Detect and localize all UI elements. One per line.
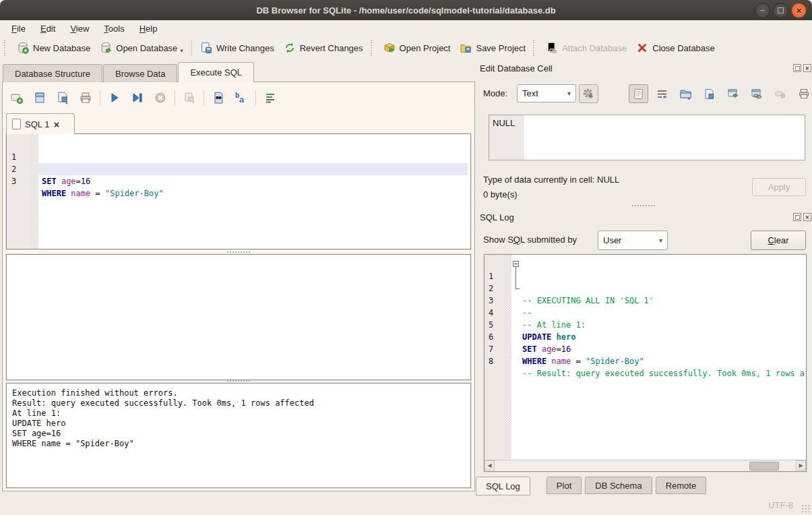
open-project-button[interactable]: Open Project [379,39,456,57]
set-null-button[interactable] [770,84,790,103]
tab-browse-data[interactable]: Browse Data [103,64,177,82]
stop-execution-button[interactable] [153,90,168,105]
dock-float-icon[interactable] [793,213,801,221]
menu-help[interactable]: Help [132,22,165,36]
menu-file[interactable]: File [4,22,33,36]
encoding-indicator[interactable]: UTF-8 [768,500,793,510]
attach-database-button[interactable]: Attach Database [541,39,631,57]
toolbar-drag-handle[interactable] [371,40,375,56]
tab-db-schema[interactable]: DB Schema [585,477,652,494]
sql-log-title: SQL Log [480,212,514,222]
apply-button[interactable]: Apply [752,178,806,196]
submitted-by-combo[interactable]: User ▾ [598,231,668,250]
export-file-button[interactable] [699,84,719,103]
menubar: File Edit View Tools Help [0,20,812,36]
code-text: WHERE name = "Spider-Boy" [42,187,468,200]
fold-marker-icon [512,343,521,355]
dock-splitter[interactable] [475,203,812,208]
cell-value-editor[interactable]: NULL [489,115,805,160]
open-sql-file-button[interactable] [32,90,47,105]
cell-editor-toolbar [629,84,812,103]
submitted-by-value: User [603,235,621,245]
new-database-button[interactable]: New Database [12,39,95,57]
auto-apply-button[interactable] [579,84,598,103]
tab-execute-sql[interactable]: Execute SQL [178,62,254,82]
log-line: 1 -- EXECUTING ALL IN 'SQL 1' [485,258,806,270]
tab-remote[interactable]: Remote [656,477,707,494]
word-wrap-button[interactable] [652,84,672,103]
scroll-right-icon[interactable]: ▶ [796,460,806,471]
log-line: 4 UPDATE hero [485,295,806,307]
sql-log-viewer[interactable]: 1 -- EXECUTING ALL IN 'SQL 1' 2 -- 3 -- … [484,254,807,472]
toolbar-separator [100,90,100,105]
dock-float-icon[interactable] [793,64,801,72]
sql-file-icon [12,119,21,129]
tab-sql-log[interactable]: SQL Log [476,477,530,495]
open-database-dropdown-icon[interactable]: ▾ [180,47,183,54]
editor-line-current[interactable]: 3 WHERE name = "Spider-Boy" [7,163,468,175]
tab-plot[interactable]: Plot [546,477,582,494]
save-sql-file-button[interactable] [55,90,70,105]
toolbar-drag-handle[interactable] [533,40,537,56]
open-external-button[interactable] [723,84,743,103]
log-line: 6 WHERE name = "Spider-Boy" [485,319,806,331]
tab-database-structure[interactable]: Database Structure [3,64,102,82]
scroll-left-icon[interactable]: ◀ [485,460,495,471]
close-tab-icon[interactable]: × [53,119,59,129]
find-replace-button[interactable] [211,90,226,105]
dock-controls: × [793,213,811,221]
save-results-button[interactable] [182,90,197,105]
copy-link-button[interactable] [747,84,766,103]
new-sql-tab-button[interactable] [9,90,24,105]
fold-marker-icon[interactable] [512,258,521,270]
write-changes-button[interactable]: Write Changes [195,39,279,57]
sql-editor[interactable]: 1 UPDATE hero 2 SET age=16 3 WHERE name … [6,133,471,249]
menu-tools[interactable]: Tools [96,22,131,36]
mode-combo[interactable]: Text ▾ [517,84,576,102]
svg-text:a: a [239,94,245,104]
window-arrow-icon [727,88,739,100]
open-project-icon [383,42,396,54]
menu-edit[interactable]: Edit [33,22,63,36]
toolbar-drag-handle[interactable] [4,40,8,56]
log-line: 8 [485,343,806,355]
dock-close-icon[interactable]: × [803,213,811,221]
results-pane[interactable] [6,254,471,380]
text-view-button[interactable] [629,84,648,103]
message-line: UPDATE hero [12,419,465,429]
horizontal-scrollbar[interactable]: ◀ ▶ [485,460,806,471]
editor-results-splitter[interactable] [3,249,474,254]
execute-current-line-button[interactable] [130,90,145,105]
auto-format-button[interactable]: b a [234,90,249,105]
import-file-button[interactable] [676,84,695,103]
toggle-comment-button[interactable] [263,90,278,105]
fold-marker-icon [512,270,521,282]
close-database-button[interactable]: Close Database [631,39,720,57]
close-database-label: Close Database [652,43,715,53]
execute-all-button[interactable] [107,90,122,105]
clear-button[interactable]: Clear [751,231,806,250]
toolbar-separator [255,90,256,105]
editor-line[interactable]: 1 UPDATE hero [7,139,468,151]
editor-line[interactable]: 2 SET age=16 [7,151,468,163]
save-project-button[interactable]: Save Project [455,39,530,57]
print-sql-button[interactable] [78,90,93,105]
text-document-icon [633,88,644,100]
open-database-button[interactable]: Open Database ▾ [95,39,188,57]
results-log-splitter[interactable] [3,378,474,383]
maximize-button[interactable] [773,3,788,18]
close-window-button[interactable]: × [791,3,807,18]
execution-message-log[interactable]: Execution finished without errors. Resul… [6,383,471,488]
print-cell-button[interactable] [794,84,812,103]
dock-close-icon[interactable]: × [803,64,811,72]
resize-grip[interactable] [801,504,810,513]
open-database-label: Open Database [116,43,177,53]
minimize-button[interactable]: − [755,3,770,18]
titlebar[interactable]: DB Browser for SQLite - /home/user/code/… [0,0,812,20]
menu-view[interactable]: View [63,22,96,36]
scrollbar-thumb[interactable] [749,462,779,471]
sql1-tab[interactable]: SQL 1 × [6,113,75,134]
revert-changes-button[interactable]: Revert Changes [279,39,368,57]
find-icon [212,91,225,104]
revert-changes-icon [284,42,296,54]
